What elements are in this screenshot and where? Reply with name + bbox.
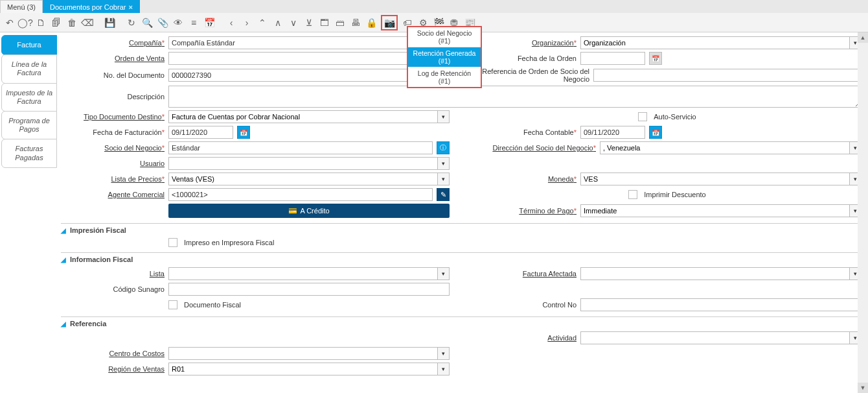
save-icon[interactable]: 💾 [104, 17, 115, 29]
fld-socio[interactable] [168, 141, 433, 154]
lbl-organizacion[interactable]: Organización* [473, 39, 577, 47]
sec-info-fiscal[interactable]: ◢ Informacion Fiscal [61, 252, 862, 263]
cal-fecha-orden[interactable]: 📅 [649, 52, 662, 65]
first-icon[interactable]: ⌃ [257, 17, 268, 29]
archive-icon[interactable]: 🗃 [334, 17, 346, 29]
calendar-icon[interactable]: 📅 [203, 17, 215, 29]
sidebar-factura[interactable]: Factura [1, 35, 57, 55]
delete-icon[interactable]: 🗑 [66, 17, 78, 29]
scroll-down-icon[interactable]: ▼ [858, 383, 868, 393]
chk-imprimir-desc[interactable] [628, 190, 637, 199]
new-icon[interactable]: 🗋 [35, 17, 47, 29]
up-icon[interactable]: ∧ [272, 17, 284, 29]
down-icon[interactable]: ∨ [288, 17, 299, 29]
lbl-autoservicio: Auto-Servicio [654, 113, 696, 121]
help-icon[interactable]: ◯? [19, 17, 31, 29]
fld-orden-venta[interactable] [168, 52, 433, 65]
sidebar-programa[interactable]: Programa de Pagos [1, 111, 57, 139]
chk-impreso[interactable] [168, 238, 177, 247]
lbl-actividad[interactable]: Actividad [473, 334, 577, 342]
lbl-orden-venta[interactable]: Orden de Venta [61, 54, 165, 62]
fld-direccion[interactable] [600, 141, 850, 154]
dd-lista-precios[interactable]: ▾ [438, 173, 450, 185]
fld-lista-precios[interactable] [168, 173, 438, 185]
lbl-direccion[interactable]: Dirección del Socio del Negocio* [473, 144, 596, 152]
dd-usuario[interactable]: ▾ [438, 157, 450, 170]
tab-menu[interactable]: Menú (3) [0, 0, 43, 13]
sec-impresion-fiscal[interactable]: ◢ Impresión Fiscal [61, 223, 862, 234]
print-icon[interactable]: 🖶 [350, 17, 361, 29]
zoom-icon-box: 📷 [381, 15, 398, 30]
cal-fecha-cont[interactable]: 📅 [649, 126, 662, 139]
fld-region-ventas[interactable] [168, 363, 438, 375]
fld-fecha-cont[interactable] [580, 126, 645, 139]
refresh-icon[interactable]: ↻ [126, 17, 137, 29]
list-icon[interactable]: ≡ [188, 17, 200, 29]
fld-tipo-doc[interactable] [168, 110, 438, 123]
lbl-lista-precios[interactable]: Lista de Precios* [61, 175, 165, 183]
attach-icon[interactable]: 📎 [157, 17, 168, 29]
zoom-item-socio[interactable]: Socio del Negocio (#1) [408, 27, 481, 47]
fld-fecha-fact[interactable] [168, 126, 233, 139]
cal-fecha-fact[interactable]: 📅 [237, 126, 250, 139]
fld-factura-afectada[interactable] [580, 267, 850, 280]
fld-lista[interactable] [168, 267, 438, 280]
last-icon[interactable]: ⊻ [303, 17, 315, 29]
fld-control-no[interactable] [580, 298, 862, 311]
lbl-codigo-sunagro: Código Sunagro [61, 285, 165, 293]
copy-icon[interactable]: 🗐 [51, 17, 62, 29]
btn-agente[interactable]: ✎ [437, 188, 450, 201]
tab-documentos[interactable]: Documentos por Cobrar× [43, 0, 140, 13]
dd-region-ventas[interactable]: ▾ [438, 363, 450, 375]
fld-ref-orden[interactable] [593, 69, 862, 82]
dd-tipo-doc[interactable]: ▾ [438, 110, 450, 123]
fld-actividad[interactable] [580, 331, 850, 344]
btn-a-credito[interactable]: 💳 A Crédito [168, 204, 450, 218]
lbl-termino-pago[interactable]: Término de Pago* [473, 207, 577, 215]
prev-icon[interactable]: ‹ [225, 17, 237, 29]
fld-organizacion[interactable] [580, 36, 850, 49]
chk-documento-fiscal[interactable] [168, 300, 177, 309]
fld-fecha-orden[interactable] [580, 52, 645, 65]
dd-centro-costos[interactable]: ▾ [438, 347, 450, 360]
lbl-lista[interactable]: Lista [61, 270, 165, 278]
lbl-factura-afectada[interactable]: Factura Afectada [473, 270, 577, 278]
fld-codigo-sunagro[interactable] [168, 283, 450, 296]
lock-icon[interactable]: 🔒 [365, 17, 377, 29]
fld-moneda[interactable] [580, 173, 850, 185]
lbl-region-ventas[interactable]: Región de Ventas [61, 365, 165, 373]
lbl-compania[interactable]: Compañía* [61, 39, 165, 47]
next-icon[interactable]: › [241, 17, 253, 29]
lbl-centro-costos[interactable]: Centro de Costos [61, 350, 165, 357]
sidebar-impuesto[interactable]: Impuesto de la Factura [1, 83, 57, 112]
lbl-agente[interactable]: Agente Comercial [61, 191, 165, 198]
collapse-icon: ◢ [61, 256, 66, 263]
zoom-icon[interactable]: 📷 [383, 17, 395, 29]
fld-usuario[interactable] [168, 157, 438, 170]
sec-referencia[interactable]: ◢ Referencia [61, 316, 862, 328]
lbl-socio[interactable]: Socio del Negocio* [61, 144, 165, 152]
view-icon[interactable]: 👁 [172, 17, 184, 29]
lbl-usuario[interactable]: Usuario [61, 160, 165, 167]
zoom-item-log[interactable]: Log de Retención (#1) [408, 67, 481, 87]
close-icon[interactable]: × [128, 3, 132, 11]
chk-autoservicio[interactable] [638, 112, 647, 121]
search-icon[interactable]: 🔍 [141, 17, 153, 29]
lbl-no-doc: No. del Documento [61, 71, 165, 79]
dd-lista[interactable]: ▾ [438, 267, 450, 280]
discard-icon[interactable]: ⌫ [82, 17, 93, 29]
vertical-scrollbar[interactable]: ▲ ▼ [858, 32, 868, 393]
fld-descripcion[interactable] [168, 86, 862, 108]
fld-centro-costos[interactable] [168, 347, 438, 360]
undo-icon[interactable]: ↶ [4, 17, 16, 29]
lbl-tipo-doc[interactable]: Tipo Documento Destino* [61, 113, 165, 121]
sidebar-pagadas[interactable]: Facturas Pagadas [1, 139, 57, 167]
fld-agente[interactable] [168, 188, 433, 201]
btn-socio-info[interactable]: ⓘ [437, 141, 450, 154]
scroll-up-icon[interactable]: ▲ [858, 32, 868, 43]
zoom-item-retencion[interactable]: Retención Generada (#1) [408, 47, 481, 67]
window-icon[interactable]: 🗔 [319, 17, 330, 29]
fld-termino-pago[interactable] [580, 204, 850, 217]
sidebar-linea[interactable]: Línea de la Factura [1, 54, 57, 83]
lbl-moneda[interactable]: Moneda* [473, 175, 577, 183]
